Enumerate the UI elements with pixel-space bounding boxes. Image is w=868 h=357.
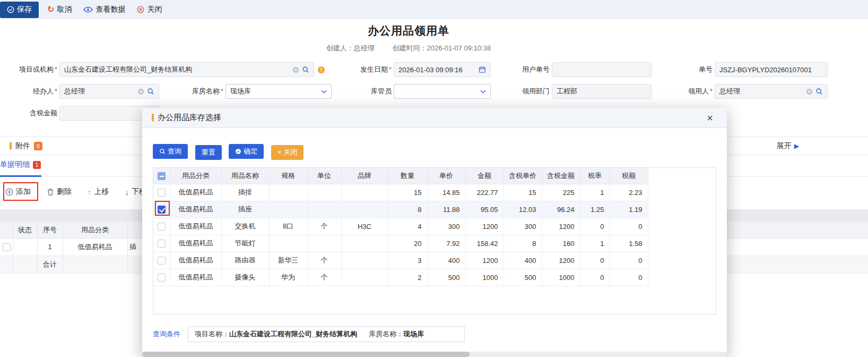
cell: 1200 [465, 252, 504, 269]
search-icon[interactable] [147, 88, 154, 95]
detail-total-label: 合计 [37, 256, 63, 273]
cell: 1 [580, 184, 610, 201]
table-row[interactable]: 低值易耗品节能灯207.92158.42816011.58 [153, 235, 648, 252]
cell [341, 201, 388, 218]
table-row[interactable]: 低值易耗品插座811.8895.0512.0396.241.251.19 [153, 201, 648, 218]
table-row[interactable]: 低值易耗品插排1514.85222.771522512.23 [153, 184, 648, 201]
project-label: 项目或机构 [16, 65, 57, 74]
cancel-button[interactable]: ↻ 取消 [47, 5, 72, 14]
query-condition-box: 项目名称：山东金石建设工程有限公司_财务结算机构 库房名称：现场库 [188, 326, 465, 342]
expand-toggle[interactable]: 展开 ▶ [777, 141, 799, 151]
refresh-icon: ↻ [47, 5, 54, 14]
query-condition-label[interactable]: 查询条件 [153, 329, 180, 339]
row-checkbox[interactable] [158, 257, 166, 265]
handler-input[interactable]: 总经理 [59, 84, 159, 99]
move-up-button[interactable]: ↑ 上移 [88, 187, 109, 197]
cell [269, 201, 307, 218]
warehouse-select[interactable]: 现场库 [225, 84, 332, 99]
calendar-icon[interactable] [479, 66, 486, 73]
trash-icon [47, 188, 54, 196]
tab-detail[interactable]: 单据明细 1 [0, 160, 41, 169]
row-checkbox[interactable] [158, 206, 166, 214]
clear-icon[interactable] [806, 88, 813, 95]
cell: 插排 [221, 184, 269, 201]
cell: 2 [388, 269, 427, 286]
creator-value: 总经理 [354, 44, 375, 52]
column-header: 规格 [269, 168, 307, 184]
cell: 低值易耗品 [170, 218, 221, 235]
row-checkbox[interactable] [158, 189, 166, 197]
cell: 400 [427, 252, 465, 269]
column-header: 税额 [610, 168, 648, 184]
search-icon[interactable] [302, 66, 309, 73]
dialog-close-icon[interactable]: × [707, 113, 713, 123]
column-header: 数量 [388, 168, 427, 184]
clear-icon[interactable] [137, 88, 144, 95]
attachment-count-badge: 0 [34, 142, 42, 150]
scrollbar-thumb[interactable] [142, 352, 470, 357]
cell [341, 252, 388, 269]
dialog-close-button[interactable]: × 关闭 [271, 145, 304, 160]
occur-date-input[interactable]: 2026-01-03 09:09:16 [394, 62, 491, 77]
cell [341, 269, 388, 286]
close-page-button[interactable]: 关闭 [137, 5, 162, 14]
column-header: 含税单价 [504, 168, 542, 184]
search-icon[interactable] [815, 88, 823, 95]
cell [307, 235, 341, 252]
reset-button[interactable]: 重置 [195, 145, 222, 160]
cell: 8 [504, 235, 542, 252]
delete-row-label: 删除 [57, 187, 72, 197]
inventory-table: 用品分类用品名称规格单位品牌数量单价金额含税单价含税金额税率税额 低值易耗品插排… [153, 168, 648, 286]
column-header: 含税金额 [542, 168, 580, 184]
save-icon [7, 6, 14, 13]
cell: 1.19 [610, 201, 648, 218]
add-row-button[interactable]: 添加 [5, 187, 31, 197]
cell: 8口 [269, 218, 307, 235]
cell: 1 [580, 235, 610, 252]
row-checkbox[interactable] [158, 274, 166, 282]
cell [307, 184, 341, 201]
select-all-checkbox[interactable] [158, 172, 166, 180]
condition-project-label: 项目名称： [195, 329, 229, 339]
cell: 14.85 [427, 184, 465, 201]
warehouse-label: 库房名称 [181, 87, 223, 96]
cell: 400 [504, 252, 542, 269]
recipient-input[interactable]: 总经理 [715, 84, 828, 99]
cell: 96.24 [542, 201, 580, 218]
created-time-label: 创建时间： [392, 44, 427, 52]
cell: 15 [504, 184, 542, 201]
dialog-accent-icon [152, 114, 154, 122]
cell: 0 [610, 218, 648, 235]
cell [341, 235, 388, 252]
confirm-button[interactable]: 确定 [229, 144, 264, 159]
delete-row-button[interactable]: 删除 [47, 187, 72, 197]
view-data-button[interactable]: 查看数据 [83, 5, 125, 14]
add-row-label: 添加 [16, 187, 31, 197]
user-no-input[interactable] [552, 62, 652, 77]
column-header: 用品分类 [170, 168, 221, 184]
table-row[interactable]: 低值易耗品交换机8口个H3C43001200300120000 [153, 218, 648, 235]
top-toolbar: 保存 ↻ 取消 查看数据 关闭 [0, 0, 868, 19]
cell: 节能灯 [221, 235, 269, 252]
clear-icon[interactable] [292, 66, 299, 73]
row-checkbox[interactable] [158, 240, 166, 248]
occur-date-label: 发生日期 [350, 65, 392, 74]
query-button[interactable]: 查询 [153, 144, 188, 159]
save-label: 保存 [17, 5, 32, 14]
keeper-select[interactable] [394, 84, 491, 99]
tab-detail-label: 单据明细 [0, 160, 30, 169]
detail-row-checkbox[interactable] [3, 243, 11, 251]
detail-row-name: 插 [129, 239, 142, 256]
table-row[interactable]: 低值易耗品路由器新华三个34001200400120000 [153, 252, 648, 269]
save-button[interactable]: 保存 [0, 2, 39, 18]
column-header: 用品名称 [221, 168, 269, 184]
row-checkbox[interactable] [158, 223, 166, 231]
cancel-label: 取消 [57, 5, 72, 14]
horizontal-scrollbar[interactable] [142, 352, 727, 357]
attachment-accent-icon [10, 142, 12, 150]
chevron-down-icon [480, 90, 486, 94]
cell: 8 [388, 201, 427, 218]
table-row[interactable]: 低值易耗品摄像头华为个25001000500100000 [153, 269, 648, 286]
project-input[interactable]: 山东金石建设工程有限公司_财务结算机构 [59, 62, 314, 77]
dept-field[interactable]: 工程部 [552, 84, 652, 99]
